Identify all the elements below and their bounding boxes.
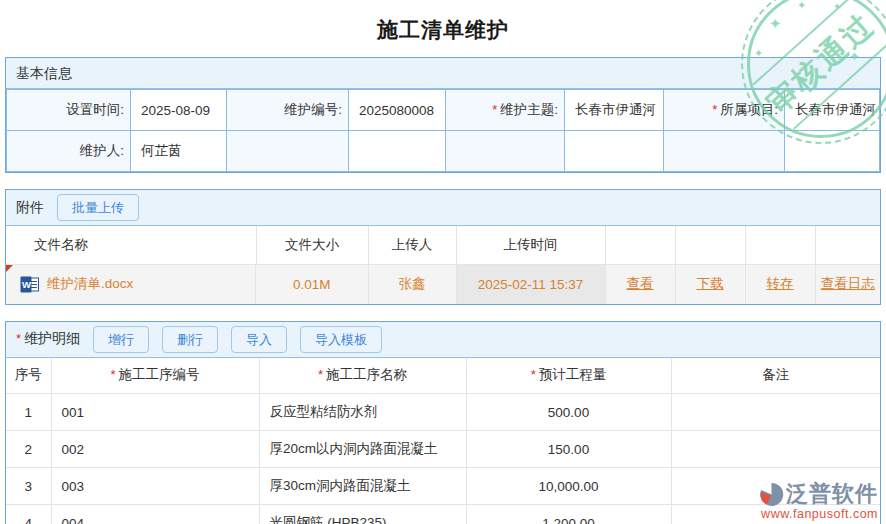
field-value-project[interactable]: 长春市伊通河 bbox=[785, 90, 880, 131]
file-name-link[interactable]: 维护清单.docx bbox=[47, 275, 133, 293]
field-label-text: 维护主题: bbox=[500, 102, 558, 117]
col-header-text: 预计工程量 bbox=[539, 367, 607, 382]
empty-cell bbox=[565, 131, 664, 172]
batch-upload-button[interactable]: 批量上传 bbox=[57, 194, 139, 221]
import-button[interactable]: 导入 bbox=[231, 326, 287, 353]
cell-process-name[interactable]: 厚20cm以内洞内路面混凝土 bbox=[259, 431, 466, 468]
detail-row: 3 003 厚30cm洞内路面混凝土 10,000.00 bbox=[6, 468, 880, 505]
file-size: 0.01M bbox=[256, 264, 368, 304]
empty-cell bbox=[446, 131, 565, 172]
field-label-maintain-subject: *维护主题: bbox=[446, 90, 565, 131]
word-doc-icon: W bbox=[20, 275, 39, 294]
col-header-action bbox=[815, 226, 880, 264]
required-marker: * bbox=[110, 367, 115, 382]
cell-process-name[interactable]: 厚30cm洞内路面混凝土 bbox=[259, 468, 466, 505]
detail-table: 序号 *施工工序编号 *施工工序名称 *预计工程量 备注 1 001 反应型粘结… bbox=[6, 358, 880, 524]
basic-info-form: 设置时间: 2025-08-09 维护编号: 2025080008 *维护主题:… bbox=[6, 89, 880, 172]
view-link[interactable]: 查看 bbox=[627, 276, 654, 291]
cell-process-code[interactable]: 004 bbox=[51, 505, 259, 524]
cell-seq: 4 bbox=[6, 505, 51, 524]
fanpu-logo-icon bbox=[759, 482, 784, 507]
detail-row: 1 001 反应型粘结防水剂 500.00 bbox=[6, 394, 880, 431]
col-header-file-name: 文件名称 bbox=[6, 226, 256, 264]
cell-planned-qty[interactable]: 150.00 bbox=[466, 431, 671, 468]
modified-corner-flag bbox=[6, 265, 13, 272]
add-row-button[interactable]: 增行 bbox=[93, 326, 149, 353]
cell-process-name[interactable]: 反应型粘结防水剂 bbox=[259, 394, 466, 431]
empty-cell bbox=[785, 131, 880, 172]
required-marker: * bbox=[16, 331, 21, 346]
required-marker: * bbox=[318, 367, 323, 382]
attachments-title: 附件 bbox=[16, 199, 44, 217]
cell-process-name[interactable]: 光圆钢筋 (HPB235) bbox=[259, 505, 466, 524]
cell-process-code[interactable]: 003 bbox=[51, 468, 259, 505]
col-header-note: 备注 bbox=[671, 358, 880, 394]
vendor-logo: 泛普软件 www.fanpusoft.com bbox=[759, 479, 878, 521]
attachment-row: W 维护清单.docx 0.01M 张鑫 2025-02-11 15:37 查看… bbox=[6, 264, 880, 304]
maintenance-detail-section: *维护明细 增行 删行 导入 导入模板 序号 *施工工序编号 *施工工序名称 *… bbox=[5, 321, 881, 524]
cell-process-code[interactable]: 002 bbox=[51, 431, 259, 468]
view-log-link[interactable]: 查看日志 bbox=[821, 276, 875, 291]
col-header-text: 施工工序名称 bbox=[326, 367, 407, 382]
cell-planned-qty[interactable]: 500.00 bbox=[466, 394, 671, 431]
svg-text:W: W bbox=[22, 279, 31, 290]
attachments-section: 附件 批量上传 文件名称 文件大小 上传人 上传时间 bbox=[5, 189, 881, 305]
field-value-set-time[interactable]: 2025-08-09 bbox=[131, 90, 227, 131]
col-header-process-code: *施工工序编号 bbox=[51, 358, 259, 394]
empty-cell bbox=[227, 131, 349, 172]
col-header-action bbox=[745, 226, 815, 264]
required-marker: * bbox=[492, 102, 497, 117]
field-label-maintain-no: 维护编号: bbox=[227, 90, 349, 131]
cell-planned-qty[interactable]: 10,000.00 bbox=[466, 468, 671, 505]
required-marker: * bbox=[531, 367, 536, 382]
detail-row: 4 004 光圆钢筋 (HPB235) 1,200.00 bbox=[6, 505, 880, 524]
download-link[interactable]: 下载 bbox=[697, 276, 724, 291]
detail-title: *维护明细 bbox=[16, 330, 80, 348]
file-upload-time: 2025-02-11 15:37 bbox=[456, 264, 605, 304]
field-value-maintainer[interactable]: 何芷茵 bbox=[131, 131, 227, 172]
page-title: 施工清单维护 bbox=[0, 0, 886, 44]
col-header-planned-qty: *预计工程量 bbox=[466, 358, 671, 394]
empty-cell bbox=[664, 131, 785, 172]
cell-planned-qty[interactable]: 1,200.00 bbox=[466, 505, 671, 524]
col-header-seq: 序号 bbox=[6, 358, 51, 394]
cell-process-code[interactable]: 001 bbox=[51, 394, 259, 431]
col-header-upload-time: 上传时间 bbox=[456, 226, 605, 264]
col-header-text: 施工工序编号 bbox=[119, 367, 200, 382]
basic-info-section: 基本信息 设置时间: 2025-08-09 维护编号: 2025080008 *… bbox=[5, 57, 881, 173]
field-label-maintainer: 维护人: bbox=[7, 131, 131, 172]
required-marker: * bbox=[712, 102, 717, 117]
basic-info-header: 基本信息 bbox=[6, 58, 880, 89]
transfer-link[interactable]: 转存 bbox=[767, 276, 794, 291]
detail-row: 2 002 厚20cm以内洞内路面混凝土 150.00 bbox=[6, 431, 880, 468]
field-label-project: *所属项目: bbox=[664, 90, 785, 131]
col-header-process-name: *施工工序名称 bbox=[259, 358, 466, 394]
vendor-name: 泛普软件 bbox=[786, 479, 878, 509]
col-header-action bbox=[605, 226, 675, 264]
field-value-maintain-subject[interactable]: 长春市伊通河 bbox=[565, 90, 664, 131]
vendor-url-link[interactable]: www.fanpusoft.com bbox=[759, 507, 878, 521]
col-header-action bbox=[675, 226, 745, 264]
empty-cell bbox=[349, 131, 446, 172]
detail-title-text: 维护明细 bbox=[24, 330, 80, 346]
attachments-table: 文件名称 文件大小 上传人 上传时间 W 维护清单.docx bbox=[6, 226, 880, 304]
field-label-set-time: 设置时间: bbox=[7, 90, 131, 131]
cell-seq: 1 bbox=[6, 394, 51, 431]
file-name-cell[interactable]: W 维护清单.docx bbox=[6, 265, 256, 304]
cell-seq: 3 bbox=[6, 468, 51, 505]
col-header-file-size: 文件大小 bbox=[256, 226, 368, 264]
cell-note[interactable] bbox=[671, 394, 880, 431]
field-label-text: 所属项目: bbox=[720, 102, 778, 117]
delete-row-button[interactable]: 删行 bbox=[162, 326, 218, 353]
import-template-button[interactable]: 导入模板 bbox=[300, 326, 382, 353]
field-value-maintain-no[interactable]: 2025080008 bbox=[349, 90, 446, 131]
file-uploader: 张鑫 bbox=[368, 264, 456, 304]
cell-note[interactable] bbox=[671, 431, 880, 468]
col-header-uploader: 上传人 bbox=[368, 226, 456, 264]
cell-seq: 2 bbox=[6, 431, 51, 468]
